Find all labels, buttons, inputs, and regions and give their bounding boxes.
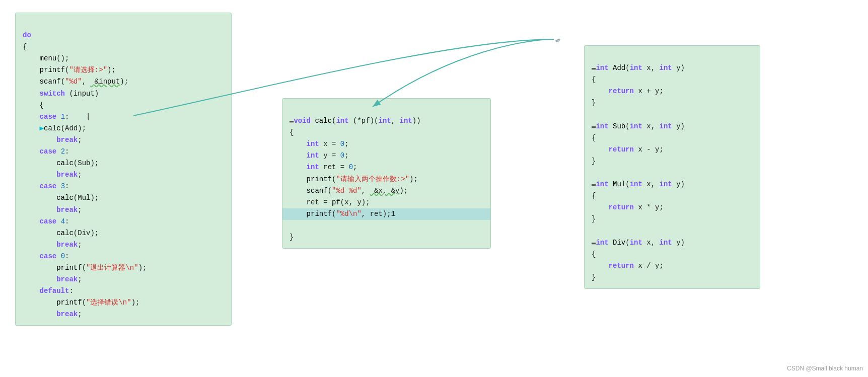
right-code-panel: ▬int Add(int x, int y) { return x + y; }… bbox=[584, 45, 760, 289]
left-code-content: do { menu(); printf("请选择:>"); scanf("%d"… bbox=[23, 31, 147, 318]
cursor-pencil-icon: ✏ bbox=[553, 33, 565, 45]
right-code-content: ▬int Add(int x, int y) { return x + y; }… bbox=[592, 64, 685, 281]
left-code-panel: do { menu(); printf("请选择:>"); scanf("%d"… bbox=[15, 13, 232, 326]
middle-code-content: ▬void calc(int (*pf)(int, int)) { int x … bbox=[290, 117, 483, 241]
middle-code-panel: ▬void calc(int (*pf)(int, int)) { int x … bbox=[282, 98, 491, 249]
watermark: CSDN @Small black human bbox=[787, 365, 863, 372]
